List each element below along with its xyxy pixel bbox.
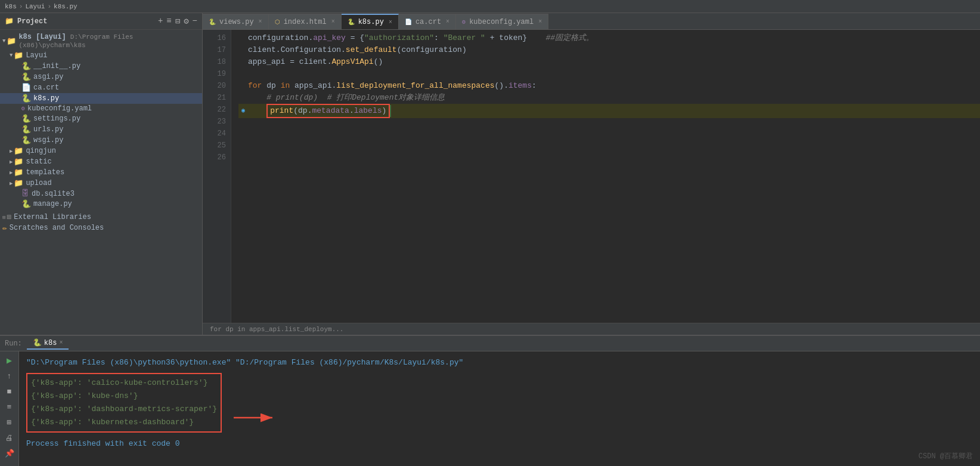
run-align-button[interactable]: ≡ [3,400,16,413]
run-label: Run: [5,340,22,348]
main-layout: 📁 Project + ≡ ⊟ ⚙ − ▼ 📁 k8s [Layui] D:\P… [0,13,980,335]
scratches-label: Scratches and Consoles [10,224,104,232]
editor-area: 🐍 views.py × ⬡ index.html × 🐍 k8s.py × 📄… [203,13,980,335]
py-k8s-icon: 🐍 [21,94,31,103]
code-line-23 [238,118,980,130]
tree-item-dbsqlite[interactable]: 🗄 db.sqlite3 [0,189,202,199]
expand-static-icon: ▶ [10,159,13,165]
code-line-24 [238,130,980,142]
py-wsgi-icon: 🐍 [21,135,31,145]
breadcrumb: k8s › Layui › k8s.py [5,3,77,10]
expand-upload-icon: ▶ [10,180,13,187]
py-asgi-icon: 🐍 [21,72,31,82]
new-folder-icon[interactable]: ≡ [166,16,171,26]
run-finished-text: Process finished with exit code 0 [26,437,973,450]
run-output-line-1: {'k8s-app': 'kube-dns'} [31,390,217,403]
tree-item-settings[interactable]: 🐍 settings.py [0,113,202,124]
tree-item-cacrt[interactable]: 📄 ca.crt [0,82,202,93]
tree-item-wsgi[interactable]: 🐍 wsgi.py [0,135,202,146]
run-output-box: {'k8s-app': 'calico-kube-controllers'} {… [26,373,222,433]
run-output-line-3: {'k8s-app': 'kubernetes-dashboard'} [31,416,217,429]
run-output-line-0: {'k8s-app': 'calico-kube-controllers'} [31,376,217,390]
breadcrumb-layui[interactable]: Layui [25,3,45,10]
breadcrumb-k8s[interactable]: k8s [5,3,17,10]
folder-qingjun-icon: 📁 [14,146,23,156]
code-line-16: configuration.api_key = {"authorization"… [238,32,980,44]
tree-item-managepy[interactable]: 🐍 manage.py [0,199,202,209]
expand-extlibs-icon: ⊞ [2,214,5,221]
tree-item-templates[interactable]: ▶ 📁 templates [0,167,202,178]
expand-templates-icon: ▶ [10,169,13,176]
settings-icon[interactable]: ⚙ [184,16,188,26]
tree-item-extlibs[interactable]: ⊞ ⊞ External Libraries [0,212,202,223]
templates-label: templates [26,168,64,177]
run-soft-wrap-button[interactable]: ⊞ [3,416,16,429]
tree-item-asgi[interactable]: 🐍 asgi.py [0,72,202,82]
tab-index-close[interactable]: × [331,18,335,25]
tab-cacrt[interactable]: 📄 ca.crt × [399,14,456,29]
tree-item-init[interactable]: 🐍 __init__.py [0,61,202,72]
tree-item-k8s-root[interactable]: ▼ 📁 k8s [Layui] D:\Program Files (x86)\p… [0,32,202,50]
tab-views-icon: 🐍 [209,18,216,26]
tab-index-icon: ⬡ [275,18,280,26]
run-pin-button[interactable]: 📌 [3,447,16,460]
new-file-icon[interactable]: + [158,16,163,26]
tab-cacrt-label: ca.crt [415,18,441,26]
tab-k8s[interactable]: 🐍 k8s.py × [342,14,399,29]
run-scroll-up-button[interactable]: ↑ [3,369,16,382]
k8s-root-label: k8s [Layui] D:\Program Files (x86)\pycha… [18,33,202,50]
code-line-22: ◉ print(dp.metadata.labels) [238,104,980,118]
run-print-button[interactable]: 🖨 [3,431,16,445]
py-settings-icon: 🐍 [21,114,31,124]
minimize-icon[interactable]: − [193,16,197,26]
red-arrow-icon [234,409,281,427]
run-play-button[interactable]: ▶ [3,354,16,367]
sidebar-toolbar: + ≡ ⊟ ⚙ − [158,16,197,26]
tab-index[interactable]: ⬡ index.html × [269,14,342,29]
tab-k8s-icon: 🐍 [348,18,355,26]
static-label: static [26,158,51,166]
sidebar-header: 📁 Project + ≡ ⊟ ⚙ − [0,13,202,30]
folder-k8s-icon: 📁 [7,36,16,46]
collapse-icon[interactable]: ⊟ [175,16,180,26]
init-label: __init__.py [33,62,80,70]
breadcrumb-file[interactable]: k8s.py [54,3,77,10]
tree-item-urls[interactable]: 🐍 urls.py [0,124,202,135]
code-editor[interactable]: 16 17 18 19 20 21 22 23 24 25 26 configu… [203,30,980,323]
settings-label: settings.py [33,115,80,123]
tree-item-static[interactable]: ▶ 📁 static [0,156,202,167]
code-line-26 [238,154,980,166]
tree-item-kubeconfig[interactable]: ⚙ kubeconfig.yaml [0,104,202,113]
folder-layui-icon: 📁 [14,51,23,60]
tree-item-layui[interactable]: ▼ 📁 Layui [0,50,202,61]
code-line-25 [238,142,980,154]
code-line-20: for dp in apps_api.list_deployment_for_a… [238,80,980,92]
qingjun-label: qingjun [26,147,55,155]
tree-item-k8spy[interactable]: 🐍 k8s.py [0,93,202,104]
tab-kubeconfig[interactable]: ⚙ kubeconfig.yaml × [456,14,548,29]
run-panel: Run: 🐍 k8s × ▶ ↑ ■ ≡ ⊞ 🖨 📌 "D:\Program F… [0,335,980,466]
code-line-18: apps_api = client.AppsV1Api() [238,56,980,68]
tree-item-upload[interactable]: ▶ 📁 upload [0,178,202,189]
tab-kubeconfig-close[interactable]: × [538,18,542,25]
tree-item-scratches[interactable]: ✏ Scratches and Consoles [0,223,202,233]
run-toolbar: ▶ ↑ ■ ≡ ⊞ 🖨 📌 [0,351,19,466]
py-urls-icon: 🐍 [21,125,31,134]
run-tab-bar: Run: 🐍 k8s × [0,336,980,351]
run-stop-button[interactable]: ■ [3,385,16,398]
breakpoint-22: ◉ [238,105,248,117]
run-tab-close[interactable]: × [59,340,63,346]
tab-k8s-close[interactable]: × [389,19,392,26]
run-tab-k8s[interactable]: 🐍 k8s × [27,337,69,350]
code-content[interactable]: configuration.api_key = {"authorization"… [231,30,980,323]
tab-cacrt-close[interactable]: × [446,18,449,25]
k8spy-label: k8s.py [33,94,59,103]
tab-views-close[interactable]: × [259,18,262,25]
py-manage-icon: 🐍 [21,199,31,209]
top-bar: k8s › Layui › k8s.py [0,0,980,13]
tree-item-qingjun[interactable]: ▶ 📁 qingjun [0,146,202,156]
run-cmd-line: "D:\Program Files (x86)\python36\python.… [26,356,973,369]
tab-views[interactable]: 🐍 views.py × [203,14,269,29]
tab-kubeconfig-label: kubeconfig.yaml [469,18,534,26]
folder-static-icon: 📁 [14,157,23,166]
